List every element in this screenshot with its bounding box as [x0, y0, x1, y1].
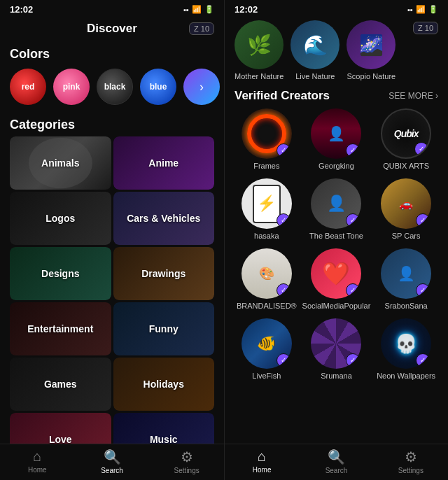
see-more-button[interactable]: SEE MORE › [388, 91, 438, 101]
category-logos[interactable]: Logos [10, 192, 111, 245]
creator-name-spcars: SP Cars [392, 232, 421, 240]
right-panel: 12:02 ▪▪ 📶 🔋 🌿 Mother Nature 🌊 Live Natu… [224, 0, 448, 480]
creator-avatar-srumana [311, 318, 361, 369]
categories-grid: Animals Anime Logos Cars & Vehicles Desi… [0, 136, 224, 444]
creator-spcars[interactable]: 🚗 SP Cars [377, 178, 436, 240]
category-animals[interactable]: Animals [10, 136, 111, 190]
home-icon-left: ⌂ [33, 449, 41, 465]
nature-scopio[interactable]: 🌌 Scopio Nature [346, 20, 396, 80]
category-drawings[interactable]: Drawings [113, 247, 215, 300]
creator-avatar-qubix: Qubix [381, 108, 431, 159]
left-status-bar: 12:02 ▪▪ 📶 🔋 [0, 0, 224, 17]
left-status-icons: ▪▪ 📶 🔋 [183, 5, 214, 14]
nav-settings-right[interactable]: ⚙ Settings [374, 449, 448, 474]
nav-home-left[interactable]: ⌂ Home [0, 449, 75, 474]
creator-avatar-livefish: 🐠 [241, 318, 292, 369]
creator-name-brandalised: BRANDALISED® [237, 302, 297, 310]
verified-header: Verified Creators SEE MORE › [225, 86, 448, 108]
creator-avatar-neon: 💀 [381, 318, 431, 369]
creators-row-1: Frames 👤 Georgking Qubix QUBIX ARTS [232, 108, 441, 170]
nature-mother-label: Mother Nature [234, 72, 284, 80]
color-blue[interactable]: blue [140, 69, 176, 105]
settings-icon-left: ⚙ [181, 449, 193, 465]
category-cars[interactable]: Cars & Vehicles [113, 192, 215, 245]
category-music-label: Music [150, 434, 178, 444]
creator-name-srabon: SrabonSana [385, 302, 428, 310]
creator-brandalised[interactable]: 🎨 BRANDALISED® [237, 248, 296, 310]
creator-avatar-frames [241, 108, 292, 159]
nature-scopio-label: Scopio Nature [346, 72, 396, 80]
creator-avatar-srabon: 👤 [381, 248, 431, 299]
creator-srumana[interactable]: Srumana [307, 318, 366, 380]
creator-avatar-social: ❤️ [311, 248, 361, 299]
creator-beast[interactable]: 👤 The Beast Tone [307, 178, 366, 240]
color-pink[interactable]: pink [53, 69, 90, 105]
creator-name-srumana: Srumana [321, 372, 352, 380]
color-more[interactable]: › [183, 69, 220, 105]
creators-row-4: 🐠 LiveFish Srumana 💀 Neon Wallpapers [232, 318, 441, 380]
creator-qubix[interactable]: Qubix QUBIX ARTS [377, 108, 436, 170]
creator-avatar-spcars: 🚗 [381, 178, 431, 229]
category-entertainment[interactable]: Entertainment [10, 302, 111, 355]
verified-title: Verified Creators [234, 89, 330, 103]
category-games[interactable]: Games [10, 358, 111, 411]
category-holidays[interactable]: Holidays [113, 358, 215, 411]
creator-avatar-beast: 👤 [311, 178, 361, 229]
nature-live-label: Live Nature [295, 72, 335, 80]
category-love[interactable]: Love [10, 413, 111, 444]
category-designs[interactable]: Designs [10, 247, 111, 300]
nav-settings-left[interactable]: ⚙ Settings [149, 449, 224, 474]
left-header: Discover Z 10 [0, 17, 224, 41]
right-time: 12:02 [234, 4, 258, 15]
search-icon-left: 🔍 [104, 449, 121, 465]
creator-name-livefish: LiveFish [252, 372, 281, 380]
right-top: 12:02 ▪▪ 📶 🔋 🌿 Mother Nature 🌊 Live Natu… [225, 0, 448, 86]
nature-row: 🌿 Mother Nature 🌊 Live Nature 🌌 Scopio N… [225, 17, 448, 86]
category-cars-label: Cars & Vehicles [127, 213, 200, 224]
creator-name-beast: The Beast Tone [309, 232, 363, 240]
category-funny-label: Funny [149, 323, 178, 334]
nature-live[interactable]: 🌊 Live Nature [290, 20, 340, 80]
creator-hasaka[interactable]: ⚡ hasaka [237, 178, 296, 240]
color-black[interactable]: black [97, 69, 133, 105]
creator-avatar-georgking: 👤 [311, 108, 361, 159]
nature-mother[interactable]: 🌿 Mother Nature [234, 20, 284, 80]
creator-srabon[interactable]: 👤 SrabonSana [377, 248, 436, 310]
right-status-bar: 12:02 ▪▪ 📶 🔋 [225, 0, 448, 17]
home-icon-right: ⌂ [258, 449, 266, 465]
creator-name-qubix: QUBIX ARTS [383, 162, 429, 170]
category-love-label: Love [49, 434, 72, 444]
creator-frames[interactable]: Frames [237, 108, 296, 170]
category-funny[interactable]: Funny [113, 302, 215, 355]
creators-scroll: Frames 👤 Georgking Qubix QUBIX ARTS ⚡ [225, 108, 448, 444]
nav-search-left[interactable]: 🔍 Search [75, 449, 150, 474]
creator-name-frames: Frames [253, 162, 279, 170]
discover-title: Discover [87, 22, 137, 36]
category-holidays-label: Holidays [144, 379, 184, 390]
creator-neon[interactable]: 💀 Neon Wallpapers [377, 318, 436, 380]
right-status-icons: ▪▪ 📶 🔋 [407, 5, 438, 14]
color-red[interactable]: red [10, 69, 46, 105]
category-anime[interactable]: Anime [113, 136, 215, 190]
creator-social[interactable]: ❤️ SocialMediaPopular [307, 248, 366, 310]
creator-georgking[interactable]: 👤 Georgking [307, 108, 366, 170]
creator-name-hasaka: hasaka [254, 232, 279, 240]
left-panel: 12:02 ▪▪ 📶 🔋 Discover Z 10 Colors red pi… [0, 0, 224, 480]
left-bottom-nav: ⌂ Home 🔍 Search ⚙ Settings [0, 444, 224, 480]
nav-home-right[interactable]: ⌂ Home [225, 449, 299, 474]
left-time: 12:02 [10, 4, 33, 15]
creators-row-3: 🎨 BRANDALISED® ❤️ SocialMediaPopular 👤 S… [232, 248, 441, 310]
creators-row-2: ⚡ hasaka 👤 The Beast Tone 🚗 SP Cars [232, 178, 441, 240]
creator-livefish[interactable]: 🐠 LiveFish [237, 318, 296, 380]
right-bottom-nav: ⌂ Home 🔍 Search ⚙ Settings [225, 444, 448, 480]
colors-section-label: Colors [0, 41, 224, 66]
category-music[interactable]: Music [113, 413, 215, 444]
category-games-label: Games [44, 379, 77, 390]
creator-name-social: SocialMediaPopular [302, 302, 371, 310]
creator-name-georgking: Georgking [318, 162, 354, 170]
nav-search-right[interactable]: 🔍 Search [299, 449, 373, 474]
search-icon-right: 🔍 [328, 449, 345, 465]
creator-avatar-brandalised: 🎨 [241, 248, 292, 299]
z-badge-right: Z 10 [413, 22, 438, 34]
settings-icon-right: ⚙ [405, 449, 417, 465]
